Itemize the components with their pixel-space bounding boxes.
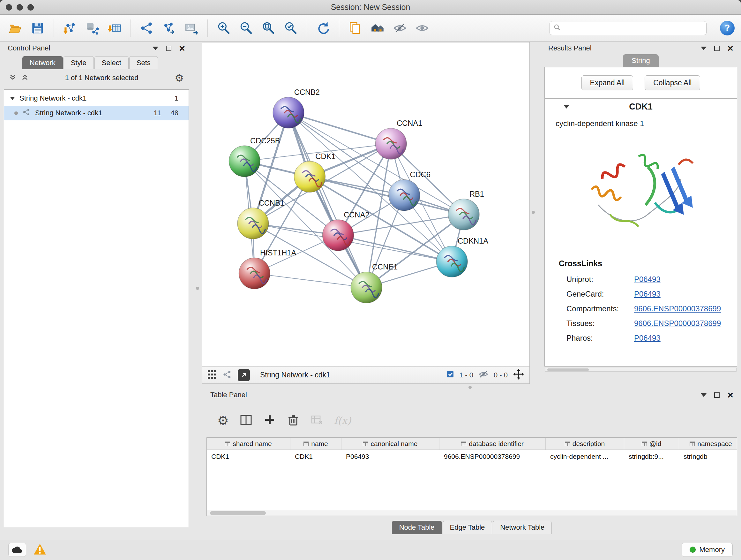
table-cell[interactable]: cyclin-dependent ... <box>546 450 624 463</box>
memory-button[interactable]: Memory <box>682 543 733 557</box>
network-node-hist1h1a[interactable]: HIST1H1A <box>239 249 296 289</box>
caret-down-icon[interactable] <box>10 97 15 100</box>
caret-down-icon[interactable] <box>564 105 569 109</box>
network-canvas[interactable]: CCNB2CCNA1CDC25BCDK1CDC6RB1CCNB1CCNA2CDK… <box>202 43 529 366</box>
table-cell[interactable]: P06493 <box>341 450 440 463</box>
save-session-icon[interactable] <box>29 19 47 37</box>
birdseye-home-icon[interactable] <box>368 19 387 37</box>
table-cell[interactable]: 9606.ENSP00000378699 <box>440 450 546 463</box>
network-graph[interactable]: CCNB2CCNA1CDC25BCDK1CDC6RB1CCNB1CCNA2CDK… <box>202 43 529 366</box>
float-panel-icon[interactable] <box>701 393 706 397</box>
tab-network[interactable]: Network <box>22 56 63 69</box>
network-node-rb1[interactable]: RB1 <box>448 190 484 230</box>
delete-column-trash-icon[interactable] <box>287 414 300 428</box>
network-node-ccna1[interactable]: CCNA1 <box>375 119 422 159</box>
table-horizontal-scrollbar[interactable] <box>207 510 737 516</box>
zoom-in-icon[interactable] <box>215 19 232 37</box>
collapse-all-icon[interactable] <box>21 73 29 82</box>
table-settings-gear-icon[interactable]: ⚙ <box>217 414 229 427</box>
tab-edge-table[interactable]: Edge Table <box>443 521 492 534</box>
network-edge[interactable] <box>254 273 366 287</box>
network-edge[interactable] <box>288 113 366 288</box>
hidden-eye-slash-icon[interactable] <box>478 370 488 380</box>
network-edge[interactable] <box>288 113 391 144</box>
crosslink-link[interactable]: P06493 <box>634 334 661 343</box>
hide-unhide-icon[interactable] <box>391 19 409 37</box>
search-box[interactable] <box>549 21 706 35</box>
expand-all-button[interactable]: Expand All <box>582 75 633 90</box>
table-cell[interactable]: CDK1 <box>207 450 290 463</box>
maximize-panel-icon[interactable] <box>714 46 720 51</box>
clone-network-icon[interactable] <box>138 19 156 37</box>
show-columns-icon[interactable] <box>240 414 253 428</box>
float-panel-icon[interactable] <box>152 47 158 50</box>
column-header-canonical-name[interactable]: canonical name <box>341 438 440 449</box>
splitter-handle[interactable] <box>196 287 199 290</box>
splitter-handle[interactable] <box>468 386 472 389</box>
results-scrollbar-thumb[interactable] <box>547 368 589 371</box>
grid-view-icon[interactable] <box>207 370 217 381</box>
results-scrollbar[interactable] <box>545 368 737 372</box>
open-session-icon[interactable] <box>6 19 24 37</box>
network-node-ccnb2[interactable]: CCNB2 <box>273 88 320 128</box>
crosslink-link[interactable]: P06493 <box>634 275 661 284</box>
tab-select[interactable]: Select <box>94 56 129 69</box>
zoom-fit-icon[interactable] <box>259 19 277 37</box>
network-node-cdk1[interactable]: CDK1 <box>294 152 336 192</box>
copy-icon[interactable] <box>346 19 364 37</box>
maximize-panel-icon[interactable] <box>714 392 720 398</box>
gear-icon[interactable]: ⚙ <box>175 73 184 83</box>
crosslink-link[interactable]: 9606.ENSP00000378699 <box>634 304 721 313</box>
search-input[interactable] <box>563 24 702 32</box>
network-row[interactable]: String Network - cdk1 11 48 <box>4 106 189 120</box>
cloud-icon[interactable] <box>8 543 26 557</box>
import-network-database-icon[interactable] <box>83 19 101 37</box>
crosslink-link[interactable]: P06493 <box>634 290 661 299</box>
gene-section-header[interactable]: CDK1 <box>545 99 737 115</box>
add-column-icon[interactable] <box>263 414 276 428</box>
warning-icon[interactable] <box>33 543 47 557</box>
float-panel-icon[interactable] <box>701 47 706 50</box>
table-cell[interactable]: stringdb:9... <box>624 450 679 463</box>
column-header--id[interactable]: @id <box>624 438 679 449</box>
open-in-window-icon[interactable] <box>238 369 250 381</box>
table-scrollbar-thumb[interactable] <box>210 511 266 515</box>
maximize-panel-icon[interactable] <box>166 46 172 51</box>
column-header-database-identifier[interactable]: database identifier <box>440 438 546 449</box>
column-header-namespace[interactable]: namespace <box>679 438 737 449</box>
expand-all-icon[interactable] <box>9 73 17 82</box>
help-button[interactable]: ? <box>720 21 735 36</box>
tab-network-table[interactable]: Network Table <box>493 521 552 534</box>
export-image-icon[interactable] <box>183 19 200 37</box>
collapse-all-button[interactable]: Collapse All <box>645 75 700 90</box>
close-panel-icon[interactable]: × <box>179 43 185 53</box>
show-graphics-eye-icon[interactable] <box>413 19 431 37</box>
network-edge[interactable] <box>338 235 452 262</box>
splitter-handle[interactable] <box>532 211 535 214</box>
tab-sets[interactable]: Sets <box>129 56 158 69</box>
import-table-file-icon[interactable] <box>106 19 124 37</box>
pan-move-icon[interactable] <box>513 368 524 382</box>
close-panel-icon[interactable]: × <box>727 43 733 53</box>
table-row[interactable]: CDK1CDK1P064939606.ENSP00000378699cyclin… <box>207 450 737 463</box>
network-node-cdkn1a[interactable]: CDKN1A <box>436 237 488 277</box>
birdseye-view-icon[interactable] <box>222 370 232 381</box>
refresh-icon[interactable] <box>314 19 332 37</box>
tab-style[interactable]: Style <box>64 56 94 69</box>
table-cell[interactable]: CDK1 <box>290 450 341 463</box>
column-header-shared-name[interactable]: shared name <box>207 438 290 449</box>
tab-node-table[interactable]: Node Table <box>392 521 442 534</box>
crosslink-link[interactable]: 9606.ENSP00000378699 <box>634 319 721 328</box>
selected-checkbox-icon[interactable] <box>447 370 454 380</box>
import-network-file-icon[interactable] <box>61 19 79 37</box>
network-collection-row[interactable]: String Network - cdk1 1 <box>4 91 189 106</box>
zoom-out-icon[interactable] <box>237 19 255 37</box>
export-network-icon[interactable] <box>160 19 178 37</box>
network-node-cdc25b[interactable]: CDC25B <box>229 137 280 177</box>
tab-string[interactable]: String <box>623 54 659 67</box>
table-cell[interactable]: stringdb <box>679 450 737 463</box>
close-panel-icon[interactable]: × <box>727 390 733 400</box>
column-header-description[interactable]: description <box>546 438 624 449</box>
column-header-name[interactable]: name <box>290 438 341 449</box>
zoom-selected-icon[interactable] <box>282 19 300 37</box>
